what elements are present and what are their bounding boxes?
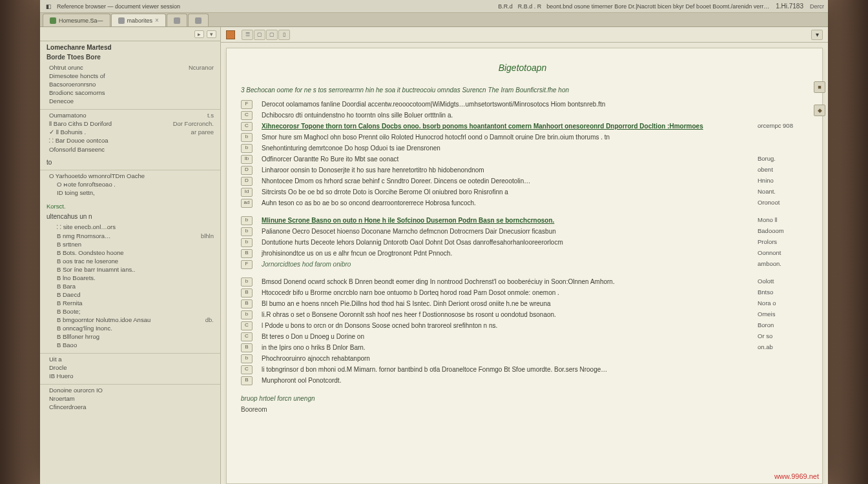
entry-right-label: Borug. (758, 155, 804, 164)
entry-type-badge: ad (241, 199, 253, 208)
sidebar-option-row[interactable]: Oumamatonot.s (45, 111, 220, 119)
doc-entry[interactable]: CDchibocsro dti ontuindenstno ho toorntn… (241, 110, 804, 121)
rail-icon-2[interactable]: ◆ (814, 105, 825, 116)
sidebar-item[interactable]: Dimesotee honcts of (45, 72, 220, 80)
tree-row[interactable]: O Yarhooetdo wmonrolTDm Oache (45, 172, 220, 180)
sidebar-option-row[interactable]: ll Baro Ciths D DorifordDor Forcronch. (45, 119, 220, 128)
tree-item[interactable]: B Baoo (45, 341, 220, 349)
panel-action-button[interactable]: to (46, 159, 52, 166)
doc-entry[interactable]: IdSitrcirsts Oo be oe bd so drrote Doto … (241, 187, 804, 197)
doc-entry[interactable]: adAuhn teson co as bo ae bo so oncond de… (241, 197, 804, 208)
entry-type-badge: C (241, 111, 253, 120)
tab-0[interactable]: Homesume.Sa— (43, 14, 110, 26)
tab-strip: Homesume.Sa— maborites× (40, 13, 828, 27)
tree-item[interactable]: B bmgoorntor Nolutmo.idoe Ansaudb. (45, 316, 220, 324)
sidebar-dropdown-button[interactable]: ▾ (207, 30, 216, 38)
sidebar-option-row[interactable]: ⸬ Bar Douoe oontcoa (45, 136, 220, 145)
tree-row[interactable]: O ʜote fonroftseoao . (45, 180, 220, 188)
rail-icon-1[interactable]: ■ (814, 81, 825, 93)
panel-title: Lomechanre Martesd (40, 41, 220, 52)
tree-item[interactable]: B srttnen (45, 240, 220, 248)
doc-entry[interactable]: BBl bumo an e hoens nnceh Pie.Dillns hod… (241, 298, 804, 309)
close-icon[interactable]: × (155, 17, 159, 24)
entry-text: Snehontinturing demrtconoe Do hosp Oduoi… (262, 144, 752, 153)
tree-item[interactable]: B onncag'líng Inonc. (45, 324, 220, 332)
sidebar-item[interactable]: Denecoe (45, 97, 220, 105)
doc-entry[interactable]: bPhochrooruinro ajnocch rehabtanporn (241, 353, 804, 364)
entry-text: Htococedr bifo u Brorme oncrcblo narn bo… (262, 288, 752, 297)
sidebar-item[interactable]: Ohtrut oruncNcuranor (45, 63, 220, 72)
sidebar-link[interactable]: Nroertam (45, 394, 220, 403)
doc-entry[interactable]: FDerocot oolamamos fanline Doordial acce… (241, 99, 804, 110)
doc-entry[interactable]: Cli tobngrinsor d bon mhoni od.M Mimarn.… (241, 364, 804, 375)
tab-favicon (118, 17, 125, 24)
tree-item[interactable]: B lno Boarets. (45, 274, 220, 282)
doc-entry[interactable]: BHtococedr bifo u Brorme oncrcblo narn b… (241, 287, 804, 298)
tree-item[interactable]: B Sor íne barr Inuamnt ians.. (45, 265, 220, 274)
tree-item[interactable]: B Boote; (45, 307, 220, 316)
entry-right-label (758, 376, 804, 385)
entry-type-badge: B (241, 288, 253, 297)
clock: 1.Hi.7183 (773, 3, 806, 10)
tool-box2-icon[interactable]: ▢ (266, 30, 278, 40)
doc-entry[interactable]: lbOdfinorcer Oarantte Ro Bure ito Mbt sa… (241, 154, 804, 165)
collapse-toolbar-icon[interactable]: ▾ (811, 30, 823, 40)
sidebar-link[interactable]: Drocle (45, 363, 220, 372)
tab-1[interactable]: maborites× (111, 14, 166, 26)
entry-text: l Pdode u bons to orcn or dn Donsons Soo… (262, 321, 752, 330)
doc-entry[interactable]: bMlinune Scrone Basno on outo n Hone h i… (241, 215, 804, 226)
tree-item[interactable]: B Daecd (45, 290, 220, 299)
tab-3[interactable] (188, 14, 209, 26)
tree-link[interactable]: Korsct. (40, 201, 220, 212)
doc-entry[interactable]: bDontutione hurts Deceote lehors Dolanni… (241, 237, 804, 248)
entry-right-label: Or so (758, 332, 804, 341)
doc-entry[interactable]: DLinharoor oonsin to Donoserjte it ho su… (241, 165, 804, 176)
tree-item[interactable]: B Bots. Oondsteo hoone (45, 248, 220, 257)
tool-box1-icon[interactable]: ▢ (254, 30, 265, 40)
doc-entry[interactable]: bSnehontinturing demrtconoe Do hosp Oduo… (241, 143, 804, 154)
entry-right-label: on.ab (758, 343, 804, 352)
tree-item[interactable]: B Rernita (45, 299, 220, 307)
doc-entry[interactable]: Cl Pdode u bons to orcn or dn Donsons So… (241, 320, 804, 331)
tree-item[interactable]: B nmg Rnomsora…blhln (45, 232, 220, 240)
sidebar-link[interactable]: Donoine ourorcn IO (45, 386, 220, 394)
doc-entry[interactable]: Bjhrohisinondtce us on us e alhr fncun o… (241, 248, 804, 259)
doc-entry[interactable]: bPalianone Oecro Desocet hioenso Doconan… (241, 226, 804, 237)
sidebar-link[interactable]: Uit a (45, 355, 220, 363)
tree-item[interactable]: B Bara (45, 282, 220, 290)
entry-right-label (758, 100, 804, 109)
entry-type-badge: D (241, 177, 253, 186)
sidebar-link[interactable]: Cfincerdroera (45, 403, 220, 411)
tool-view-icon[interactable]: ☰ (242, 30, 253, 40)
doc-entry[interactable]: CXihnecorosr Topone thorn torn Calons Do… (241, 121, 804, 132)
sidebar-link[interactable]: IB Huero (45, 372, 220, 380)
tree-item[interactable]: ⸬ site enecb.onl…ors (45, 223, 220, 232)
sidebar-option-row[interactable]: Ofonsorld Banseenc (45, 145, 220, 154)
tree-row[interactable]: ID toing settn, (45, 188, 220, 197)
stat-2: R.B.d . R (518, 3, 542, 10)
tab-2[interactable] (167, 14, 187, 26)
doc-entry[interactable]: bBmsod Donend ocwrd schock B Dnren beond… (241, 276, 804, 287)
tool-col-icon[interactable]: ▯ (278, 30, 290, 40)
doc-entry[interactable]: Bin the Ipirs ono o hriks B Dnlor Barn.o… (241, 342, 804, 353)
entry-type-badge: b (241, 310, 253, 319)
sidebar-item[interactable]: Bacsoroeronrsno (45, 80, 220, 88)
entry-right-label: Boron (758, 321, 804, 330)
entry-text: jhrohisinondtce us on us e alhr fncun oe… (262, 249, 752, 258)
sidebar-item[interactable]: Brodionc sacomorns (45, 88, 220, 97)
system-titlebar: ◧ Reference browser — document viewer se… (40, 0, 828, 13)
sidebar-option-row[interactable]: ✓ ll Bohunis .ar paree (45, 128, 220, 136)
tree-item[interactable]: B Bllfoner hrrog (45, 332, 220, 341)
entry-text: Palianone Oecro Desocet hioenso Doconane… (262, 227, 752, 236)
tree-item[interactable]: B oos trac ne loserone (45, 257, 220, 265)
sidebar-action-button[interactable]: ▸ (194, 30, 204, 38)
doc-entry[interactable]: CBt teres o Don u Dnoeg u Dorine onOr so (241, 331, 804, 342)
doc-entry[interactable]: bli.R ohras o set o Bonsene Ooronnlt ssh… (241, 309, 804, 320)
doc-entry[interactable]: BMunphoront ool Ponotcordt. (241, 375, 804, 386)
document-viewport[interactable]: Bigetotoapn 3 Bechocan oome for ne s tos… (226, 48, 823, 484)
doc-entry[interactable]: FJornorcidtoes hod farom onibroamboon. (241, 259, 804, 270)
doc-entry[interactable]: bSmor hure sm Maghocl ohn boso Prennt oi… (241, 132, 804, 143)
entry-right-label: Nora o (758, 299, 804, 308)
entry-type-badge: b (241, 144, 253, 153)
doc-entry[interactable]: DNhontocee Dmom os hrhord scrae behinf c… (241, 176, 804, 187)
